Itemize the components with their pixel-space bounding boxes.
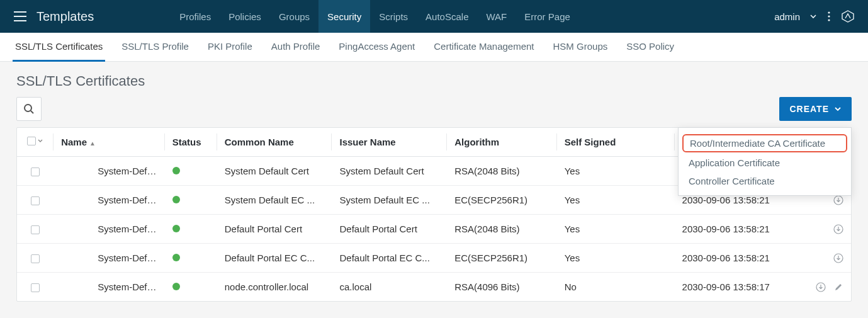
hamburger-icon[interactable]: [8, 8, 33, 25]
page-title: SSL/TLS Certificates: [0, 62, 868, 97]
create-option-application-certificate[interactable]: Application Certificate: [679, 154, 851, 172]
col-algorithm[interactable]: Algorithm: [447, 128, 556, 157]
subnav-item-auth-profile[interactable]: Auth Profile: [269, 33, 323, 62]
top-bar: Templates ProfilesPoliciesGroupsSecurity…: [0, 0, 868, 33]
sort-asc-icon: ▲: [89, 140, 96, 147]
cell-valid-until: 2030-09-06 13:58:21: [675, 244, 806, 273]
col-self-signed[interactable]: Self Signed: [557, 128, 675, 157]
brand-title: Templates: [33, 9, 101, 24]
kebab-menu-icon[interactable]: [823, 11, 835, 21]
cell-name[interactable]: System-Default-Cer: [54, 157, 165, 186]
table-row: System-Default-Secnode.controller.localc…: [17, 273, 851, 302]
download-icon[interactable]: [833, 224, 843, 234]
col-common-name[interactable]: Common Name: [217, 128, 332, 157]
edit-icon[interactable]: [833, 282, 843, 292]
cell-status: [165, 157, 217, 186]
chevron-down-icon[interactable]: [804, 12, 823, 21]
cell-self-signed: Yes: [557, 186, 675, 215]
top-nav-tabs: ProfilesPoliciesGroupsSecurityScriptsAut…: [171, 0, 579, 33]
table-row: System-Default-PorDefault Portal EC C...…: [17, 244, 851, 273]
download-icon[interactable]: [833, 253, 843, 263]
svg-point-4: [25, 105, 31, 111]
download-icon[interactable]: [833, 195, 843, 205]
top-nav-tab-groups[interactable]: Groups: [270, 0, 318, 33]
top-nav-tab-policies[interactable]: Policies: [220, 0, 270, 33]
top-nav-tab-security[interactable]: Security: [318, 0, 370, 33]
cell-actions: [805, 215, 851, 244]
svg-marker-3: [842, 11, 854, 22]
toolbar: CREATE: [0, 97, 868, 127]
cell-issuer-name: ca.local: [332, 273, 447, 302]
product-logo-icon[interactable]: [835, 9, 860, 24]
user-label[interactable]: admin: [770, 11, 804, 22]
cell-self-signed: Yes: [557, 244, 675, 273]
svg-point-0: [828, 11, 830, 13]
cell-self-signed: Yes: [557, 215, 675, 244]
cell-name[interactable]: System-Default-Cer: [54, 186, 165, 215]
create-option-controller-certificate[interactable]: Controller Certificate: [679, 172, 851, 190]
cell-algorithm: EC(SECP256R1): [447, 186, 556, 215]
cell-valid-until: 2030-09-06 13:58:17: [675, 273, 806, 302]
cell-status: [165, 215, 217, 244]
cell-common-name: Default Portal Cert: [217, 215, 332, 244]
top-nav-tab-autoscale[interactable]: AutoScale: [417, 0, 477, 33]
table-row: System-Default-PorDefault Portal CertDef…: [17, 215, 851, 244]
cell-algorithm: RSA(4096 Bits): [447, 273, 556, 302]
top-nav-tab-error-page[interactable]: Error Page: [516, 0, 579, 33]
subnav-item-ssl-tls-profile[interactable]: SSL/TLS Profile: [119, 33, 191, 62]
chevron-down-icon: [37, 138, 43, 144]
cell-algorithm: EC(SECP256R1): [447, 244, 556, 273]
row-checkbox[interactable]: [31, 283, 40, 292]
cell-common-name: node.controller.local: [217, 273, 332, 302]
row-checkbox[interactable]: [31, 254, 40, 263]
cell-issuer-name: Default Portal EC C...: [332, 244, 447, 273]
subnav-item-pki-profile[interactable]: PKI Profile: [205, 33, 255, 62]
subnav-item-pingaccess-agent[interactable]: PingAccess Agent: [336, 33, 417, 62]
svg-point-2: [828, 19, 830, 21]
download-icon[interactable]: [816, 282, 826, 292]
create-option-root-intermediate-ca-certificate[interactable]: Root/Intermediate CA Certificate: [682, 134, 847, 152]
cell-issuer-name: Default Portal Cert: [332, 215, 447, 244]
svg-line-5: [31, 111, 33, 113]
status-good-icon: [172, 254, 180, 261]
row-checkbox[interactable]: [31, 196, 40, 205]
col-issuer-name[interactable]: Issuer Name: [332, 128, 447, 157]
status-good-icon: [172, 167, 180, 174]
top-nav-tab-profiles[interactable]: Profiles: [171, 0, 220, 33]
cell-valid-until: 2030-09-06 13:58:21: [675, 215, 806, 244]
cell-name[interactable]: System-Default-Por: [54, 244, 165, 273]
create-dropdown: Root/Intermediate CA CertificateApplicat…: [678, 127, 852, 196]
subnav-item-hsm-groups[interactable]: HSM Groups: [551, 33, 611, 62]
cell-actions: [805, 244, 851, 273]
cell-name[interactable]: System-Default-Por: [54, 215, 165, 244]
col-name[interactable]: Name▲: [54, 128, 165, 157]
cell-status: [165, 186, 217, 215]
select-all-checkbox[interactable]: [27, 137, 36, 145]
status-good-icon: [172, 196, 180, 203]
top-nav-tab-scripts[interactable]: Scripts: [370, 0, 417, 33]
subnav-item-sso-policy[interactable]: SSO Policy: [624, 33, 677, 62]
create-button-label: CREATE: [789, 104, 829, 114]
top-nav-tab-waf[interactable]: WAF: [478, 0, 516, 33]
cell-algorithm: RSA(2048 Bits): [447, 215, 556, 244]
row-checkbox[interactable]: [31, 168, 40, 176]
cert-table-wrap: Root/Intermediate CA CertificateApplicat…: [16, 127, 852, 302]
cell-common-name: System Default Cert: [217, 157, 332, 186]
col-status[interactable]: Status: [165, 128, 217, 157]
row-checkbox[interactable]: [31, 225, 40, 234]
cell-issuer-name: System Default Cert: [332, 157, 447, 186]
cell-status: [165, 244, 217, 273]
subnav-item-ssl-tls-certificates[interactable]: SSL/TLS Certificates: [13, 33, 105, 62]
cell-name[interactable]: System-Default-Sec: [54, 273, 165, 302]
search-icon: [23, 103, 35, 115]
svg-point-1: [828, 15, 830, 17]
search-button[interactable]: [16, 97, 42, 121]
select-all-header[interactable]: [17, 128, 54, 157]
create-button[interactable]: CREATE: [779, 97, 852, 121]
cell-algorithm: RSA(2048 Bits): [447, 157, 556, 186]
subnav-item-certificate-management[interactable]: Certificate Management: [431, 33, 536, 62]
cell-self-signed: Yes: [557, 157, 675, 186]
status-good-icon: [172, 225, 180, 232]
cell-self-signed: No: [557, 273, 675, 302]
cell-common-name: System Default EC ...: [217, 186, 332, 215]
